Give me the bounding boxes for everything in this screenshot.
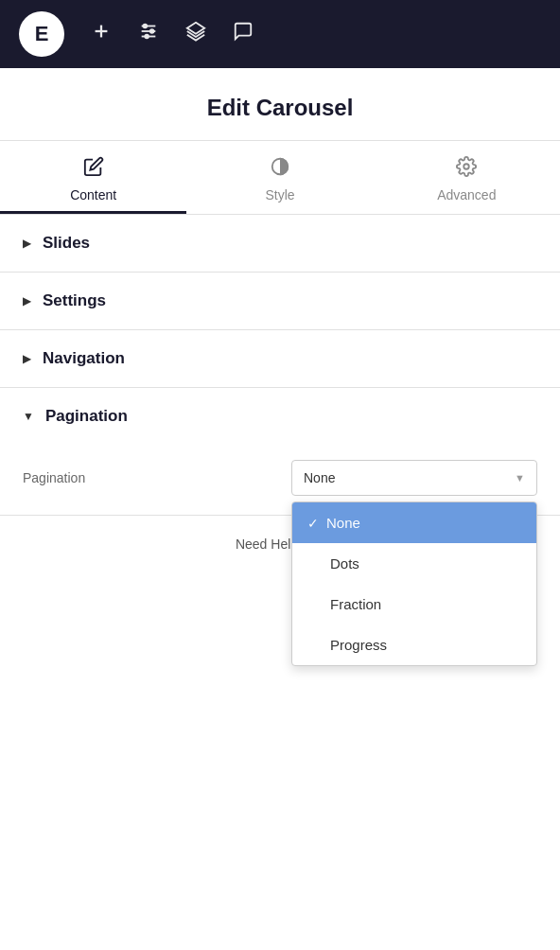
section-slides: ▶ Slides <box>0 215 560 273</box>
slides-arrow: ▶ <box>23 237 31 250</box>
section-pagination: ▼ Pagination Pagination None ▼ ✓ None <box>0 388 560 516</box>
pagination-arrow: ▼ <box>23 410 34 423</box>
gear-icon <box>456 156 477 182</box>
chat-icon[interactable] <box>233 21 254 47</box>
section-slides-header[interactable]: ▶ Slides <box>0 215 560 272</box>
tab-style[interactable]: Style <box>186 141 373 214</box>
pagination-field-row: Pagination None ▼ ✓ None Dots <box>23 460 537 496</box>
svg-point-5 <box>144 25 148 28</box>
section-settings: ▶ Settings <box>0 273 560 330</box>
layers-icon[interactable] <box>185 21 206 47</box>
option-progress-label: Progress <box>330 637 387 653</box>
tab-content[interactable]: Content <box>0 141 186 214</box>
checkmark-icon: ✓ <box>307 516 319 531</box>
logo-text: E <box>35 22 49 46</box>
page-title: Edit Carousel <box>19 95 541 121</box>
pencil-icon <box>83 156 104 182</box>
tab-advanced-label: Advanced <box>437 187 496 202</box>
dropdown-selected-value: None <box>304 470 335 485</box>
section-settings-header[interactable]: ▶ Settings <box>0 273 560 329</box>
pagination-title: Pagination <box>45 407 128 426</box>
option-dots-label: Dots <box>330 555 359 572</box>
plus-icon[interactable] <box>91 21 112 47</box>
dropdown-option-dots[interactable]: Dots <box>292 543 536 584</box>
section-pagination-header[interactable]: ▼ Pagination <box>0 388 560 445</box>
pagination-content: Pagination None ▼ ✓ None Dots <box>0 445 560 515</box>
pagination-dropdown-trigger[interactable]: None ▼ <box>291 460 537 496</box>
elementor-logo[interactable]: E <box>19 11 64 57</box>
pagination-dropdown-menu: ✓ None Dots Fraction Progress <box>291 501 537 666</box>
navigation-title: Navigation <box>43 349 125 368</box>
half-circle-icon <box>270 156 290 182</box>
toolbar: E <box>0 0 560 68</box>
settings-title: Settings <box>43 291 106 310</box>
chevron-down-icon: ▼ <box>515 472 525 484</box>
section-navigation: ▶ Navigation <box>0 330 560 388</box>
option-fraction-label: Fraction <box>330 596 381 612</box>
svg-point-6 <box>150 29 154 33</box>
tabs-container: Content Style Advanced <box>0 141 560 215</box>
dropdown-option-none[interactable]: ✓ None <box>292 502 536 543</box>
dropdown-option-progress[interactable]: Progress <box>292 625 536 665</box>
svg-point-7 <box>145 35 149 39</box>
navigation-arrow: ▶ <box>23 352 31 365</box>
pagination-dropdown-container: None ▼ ✓ None Dots Fraction <box>291 460 537 496</box>
slides-title: Slides <box>43 234 90 253</box>
dropdown-option-fraction[interactable]: Fraction <box>292 584 536 625</box>
panel-header: Edit Carousel <box>0 68 560 141</box>
tab-content-label: Content <box>70 187 116 202</box>
sliders-icon[interactable] <box>138 21 159 47</box>
svg-point-10 <box>464 164 470 169</box>
pagination-field-label: Pagination <box>23 470 85 485</box>
settings-arrow: ▶ <box>23 294 31 308</box>
option-none-label: None <box>326 515 360 531</box>
tab-advanced[interactable]: Advanced <box>374 141 560 214</box>
tab-style-label: Style <box>265 187 294 202</box>
section-navigation-header[interactable]: ▶ Navigation <box>0 330 560 387</box>
help-label: Need Help <box>236 537 298 552</box>
